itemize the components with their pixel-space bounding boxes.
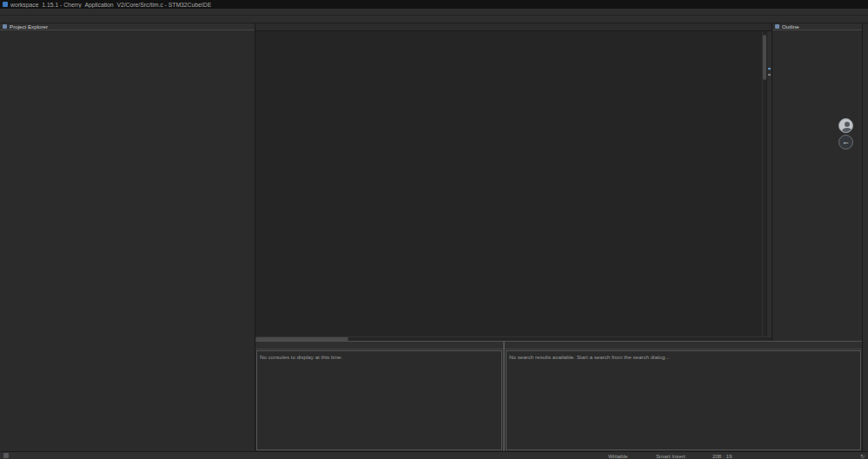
outline-panel: Outline [772,23,862,341]
console-empty-message: No consoles to display at this time. [260,354,342,360]
project-tree [0,30,255,451]
console-panel: No consoles to display at this time. [255,342,503,451]
project-explorer-view-icon [3,24,7,29]
overview-ruler[interactable] [766,31,772,336]
occurrence-marker[interactable] [768,68,771,70]
project-explorer-header: Project Explorer [0,23,255,30]
project-explorer-title: Project Explorer [10,23,48,30]
stm32cubeide-window: workspace_1.15.1 - Cherry_Application_V2… [0,0,868,459]
search-panel: No search results available. Start a sea… [505,342,862,451]
status-bar: Writable Smart Insert 208 : 19 ↻ [0,451,868,459]
window-title: workspace_1.15.1 - Cherry_Application_V2… [10,2,211,8]
editor-tab-bar [255,23,772,31]
annotation-marker[interactable] [768,74,771,76]
console-content: No consoles to display at this time. [256,350,502,450]
editor-pane [255,23,772,341]
search-content: No search results available. Start a sea… [506,350,861,450]
main-toolbar [0,16,868,23]
editor-horizontal-scrollbar[interactable] [255,336,772,341]
project-explorer-panel: Project Explorer [0,23,255,451]
horizontal-scroll-thumb[interactable] [255,337,348,341]
outline-title: Outline [782,23,799,30]
outline-header: Outline [772,23,862,30]
editor-column: Outline No consoles to display at this t… [255,23,862,451]
input-mode-status: Smart Insert [656,453,712,459]
app-icon [3,2,8,7]
cursor-position-status[interactable]: 208 : 19 [712,453,765,459]
menu-bar [0,9,868,16]
back-arrow-button[interactable] [838,135,853,150]
main-area: Project Explorer [0,23,868,451]
avatar-head-icon [845,122,850,127]
background-jobs-icon[interactable]: ↻ [860,453,865,459]
outline-list [772,30,862,341]
outline-view-icon [775,24,779,29]
title-bar: workspace_1.15.1 - Cherry_Application_V2… [0,0,868,9]
writable-status: Writable [608,453,656,459]
search-empty-message: No search results available. Start a sea… [509,354,669,360]
code-editor[interactable] [255,31,762,336]
user-avatar-button[interactable] [838,118,853,133]
minimized-views-strip [862,23,868,451]
status-notification-icon[interactable] [3,453,9,458]
